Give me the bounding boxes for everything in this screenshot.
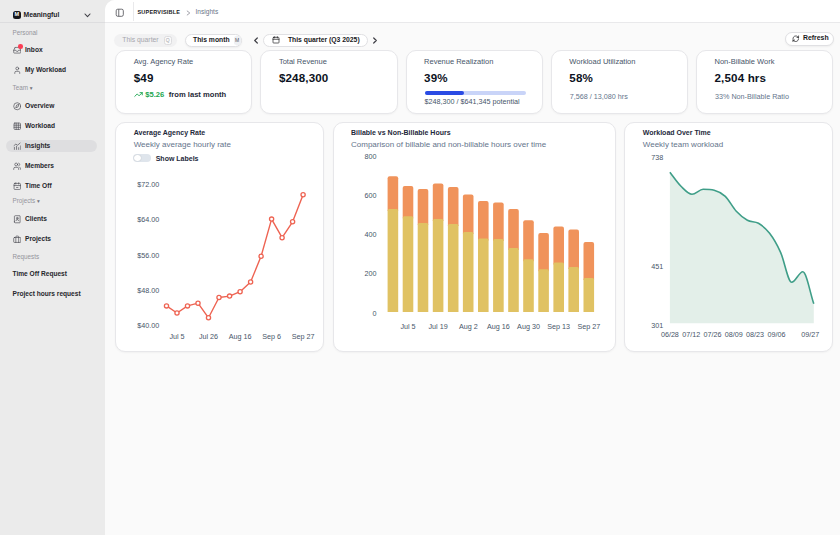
- svg-text:800: 800: [364, 152, 376, 161]
- svg-text:Aug 16: Aug 16: [487, 322, 510, 331]
- svg-text:0: 0: [372, 308, 376, 317]
- svg-text:09/27: 09/27: [801, 330, 819, 339]
- svg-text:Aug 30: Aug 30: [517, 322, 540, 331]
- svg-text:Sep 27: Sep 27: [577, 322, 600, 331]
- svg-text:Jul 5: Jul 5: [170, 332, 185, 341]
- svg-text:Sep 13: Sep 13: [547, 322, 570, 331]
- svg-text:$56.00: $56.00: [138, 250, 160, 259]
- svg-text:07/12: 07/12: [682, 330, 700, 339]
- svg-text:400: 400: [364, 230, 376, 239]
- svg-text:08/23: 08/23: [746, 330, 764, 339]
- svg-text:$72.00: $72.00: [138, 179, 160, 188]
- svg-text:$64.00: $64.00: [138, 215, 160, 224]
- svg-text:Sep 27: Sep 27: [292, 332, 315, 341]
- svg-text:200: 200: [364, 269, 376, 278]
- svg-text:Jul 19: Jul 19: [428, 322, 447, 331]
- svg-text:06/28: 06/28: [661, 330, 679, 339]
- svg-text:Jul 5: Jul 5: [400, 322, 415, 331]
- svg-text:$40.00: $40.00: [138, 321, 160, 330]
- svg-text:Aug 16: Aug 16: [229, 332, 252, 341]
- svg-text:Sep 6: Sep 6: [262, 332, 281, 341]
- svg-text:600: 600: [364, 191, 376, 200]
- svg-text:Jul 26: Jul 26: [199, 332, 218, 341]
- svg-text:301: 301: [651, 321, 663, 330]
- svg-text:$48.00: $48.00: [138, 286, 160, 295]
- svg-text:07/26: 07/26: [704, 330, 722, 339]
- svg-text:Aug 2: Aug 2: [458, 322, 477, 331]
- svg-text:738: 738: [651, 152, 663, 161]
- svg-text:451: 451: [651, 262, 663, 271]
- svg-text:08/09: 08/09: [725, 330, 743, 339]
- svg-text:09/06: 09/06: [768, 330, 786, 339]
